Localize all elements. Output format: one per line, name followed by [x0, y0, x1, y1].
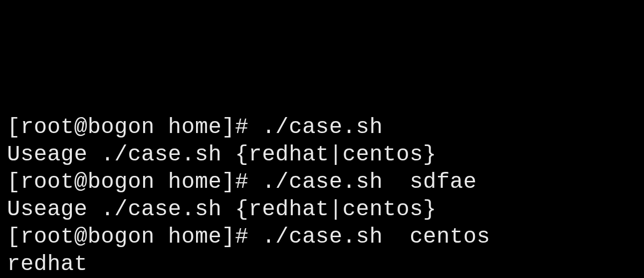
terminal-line: [root@bogon home]# ./case.sh centos — [7, 223, 637, 251]
terminal-output[interactable]: [root@bogon home]# ./case.shUseage ./cas… — [7, 114, 637, 278]
terminal-line: Useage ./case.sh {redhat|centos} — [7, 196, 637, 223]
terminal-line: [root@bogon home]# ./case.sh sdfae — [7, 168, 637, 196]
terminal-line: redhat — [7, 251, 637, 278]
terminal-line: [root@bogon home]# ./case.sh — [7, 114, 637, 141]
terminal-line: Useage ./case.sh {redhat|centos} — [7, 141, 637, 168]
